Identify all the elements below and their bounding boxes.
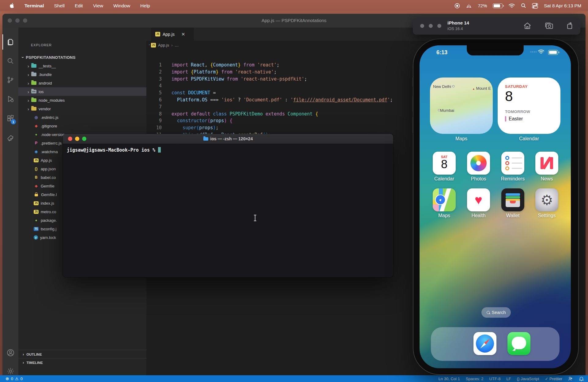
file-label: .node-version (41, 132, 65, 137)
breadcrumb[interactable]: JS App.js › … (151, 43, 179, 47)
outline-section[interactable]: › OUTLINE (18, 350, 146, 358)
screen-recording-stop-icon[interactable] (454, 3, 460, 9)
wifi-icon[interactable] (508, 3, 515, 8)
terminal-close-button[interactable] (68, 137, 72, 141)
terminal-window: ios — -zsh — 120×24 jigsaw@jigsaws-MacBo… (63, 134, 393, 277)
spotlight-search-icon[interactable] (521, 3, 526, 8)
menu-window[interactable]: Window (113, 3, 130, 9)
stage-light-icon[interactable] (466, 3, 472, 8)
file-label: android (39, 81, 52, 85)
file-icon: P (34, 141, 39, 145)
close-tab-icon[interactable]: ✕ (181, 32, 185, 37)
control-center-icon[interactable] (532, 3, 538, 9)
chevron-down-icon: › (21, 56, 25, 58)
pspdfkit-extension-icon[interactable] (2, 130, 18, 146)
code-line-3: 3import PSPDFKitView from 'react-native-… (146, 76, 393, 83)
app-photos[interactable]: Photos (467, 152, 490, 175)
explorer-icon[interactable] (2, 34, 18, 50)
menu-app-name[interactable]: Terminal (24, 3, 44, 9)
explorer-item-android[interactable]: ›android (18, 79, 146, 87)
calendar-widget-day: 8 (505, 88, 513, 104)
battery-percentage[interactable]: 72% (478, 3, 487, 8)
code-line-8: 8export default class PSPDFKitDemo exten… (146, 111, 393, 118)
status-prettier[interactable]: ✓ Prettier (545, 376, 562, 381)
safari-app-icon[interactable] (473, 332, 496, 355)
explorer-item-ios[interactable]: ›iOSios (18, 87, 146, 96)
accounts-icon[interactable] (2, 345, 18, 360)
file-icon: y (34, 235, 38, 240)
tab-appjs[interactable]: JS App.js ✕ (151, 28, 194, 41)
status-lf[interactable]: LF (506, 376, 511, 381)
menu-edit[interactable]: Edit (75, 3, 83, 9)
iphone-screen: 6:13 •••• New Delhi ▲ Mount E Mumbai SAT… (420, 45, 571, 368)
code-line-4: 4 (146, 82, 393, 89)
warnings-icon[interactable]: ⚠ (15, 376, 19, 381)
calendar-widget[interactable]: SATURDAY 8 TOMORROW Easter (498, 78, 560, 134)
feedback-icon[interactable] (568, 376, 573, 381)
project-root-row[interactable]: › PSPDFKITANNOTATIONS (18, 53, 146, 62)
explorer-item-node-modules[interactable]: ›node_modules (18, 96, 146, 104)
code-line-5: 5const DOCUMENT = (146, 89, 393, 96)
app-wallet[interactable]: Wallet (501, 188, 524, 211)
status-spaces-2[interactable]: Spaces: 2 (466, 376, 484, 381)
app-news[interactable]: News (535, 152, 558, 175)
app-reminders[interactable]: Reminders (501, 152, 524, 175)
status-utf-8[interactable]: UTF-8 (489, 376, 501, 381)
project-name: PSPDFKITANNOTATIONS (26, 55, 75, 60)
file-icon: ● (34, 133, 39, 136)
apple-logo-icon[interactable] (9, 3, 14, 9)
terminal-zoom-button[interactable] (82, 137, 86, 141)
messages-app-icon[interactable] (507, 332, 530, 355)
menu-shell[interactable]: Shell (54, 3, 64, 9)
status-javascript[interactable]: {} JavaScript (517, 376, 539, 381)
maps-widget[interactable]: New Delhi ▲ Mount E Mumbai (430, 78, 493, 134)
terminal-body[interactable]: jigsaw@jigsaws-MacBook-Pro ios % (63, 144, 393, 277)
spotlight-search-pill[interactable]: Search (481, 307, 511, 318)
settings-app-icon: ⚙ (535, 188, 558, 211)
notifications-bell-icon[interactable] (579, 376, 584, 381)
menu-help[interactable]: Help (140, 3, 150, 9)
file-icon: JS (34, 201, 39, 205)
app-maps[interactable]: ▲ Maps (433, 188, 456, 211)
app-calendar[interactable]: SAT 8 Calendar (433, 152, 456, 175)
explorer-item-eslintrc-js[interactable]: ◎.eslintrc.js (18, 113, 146, 122)
home-icon[interactable] (523, 22, 532, 30)
status-ln-30-col-1[interactable]: Ln 30, Col 1 (439, 376, 460, 381)
terminal-titlebar[interactable]: ios — -zsh — 120×24 (63, 134, 393, 144)
explorer-item-tests[interactable]: ›__tests__ (18, 62, 146, 70)
folder-icon (31, 98, 36, 102)
file-label: babel.co (41, 175, 56, 180)
errors-count[interactable]: 0 (11, 376, 13, 381)
file-icon: TS (34, 227, 39, 231)
screenshot-camera-icon[interactable] (545, 22, 554, 30)
file-label: ios (39, 89, 44, 94)
folder-icon (31, 81, 36, 85)
rotate-device-icon[interactable] (565, 22, 574, 30)
menu-view[interactable]: View (93, 3, 103, 9)
map-label-new-delhi: New Delhi (433, 84, 454, 89)
search-icon[interactable] (2, 53, 18, 69)
explorer-header: EXPLORER (31, 43, 52, 47)
menu-clock[interactable]: Sat 8 Apr 6:13 PM (544, 3, 581, 8)
app-health[interactable]: ♥ Health (467, 188, 490, 211)
explorer-item-bundle[interactable]: ›.bundle (18, 70, 146, 79)
chevron-right-icon: › (28, 81, 31, 85)
extensions-icon[interactable]: 1 (2, 111, 18, 126)
source-control-icon[interactable] (2, 72, 18, 88)
status-time: 6:13 (436, 49, 447, 56)
carrier-dots: •••• (530, 50, 537, 54)
explorer-item-vendor[interactable]: ›vendor (18, 104, 146, 113)
search-label: Search (492, 310, 506, 315)
explorer-item-gitignore[interactable]: ◆.gitignore (18, 122, 146, 130)
simulator-zoom-button[interactable] (437, 24, 441, 28)
battery-icon[interactable] (493, 3, 503, 8)
timeline-section[interactable]: › TIMELINE (18, 358, 146, 367)
simulator-close-button[interactable] (420, 24, 424, 28)
simulator-minimize-button[interactable] (429, 24, 433, 28)
run-debug-icon[interactable] (2, 91, 18, 107)
tab-label: App.js (163, 32, 175, 37)
errors-icon[interactable]: ⊗ (6, 376, 9, 381)
warnings-count[interactable]: 0 (21, 376, 23, 381)
terminal-minimize-button[interactable] (75, 137, 79, 141)
app-settings[interactable]: ⚙ Settings (535, 188, 558, 211)
